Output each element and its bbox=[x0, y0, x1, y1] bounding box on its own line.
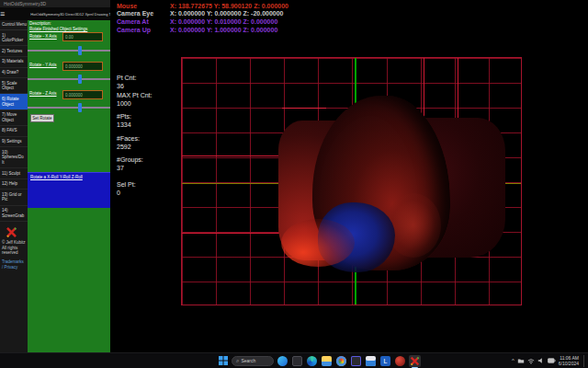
copyright-text: © Jeff Kubitz All rights reserved bbox=[2, 240, 26, 257]
stat-sel-pt: Sel Pt:0 bbox=[117, 181, 136, 198]
rotate-y-slider-thumb[interactable] bbox=[78, 75, 82, 84]
file-explorer-icon[interactable] bbox=[321, 355, 333, 367]
rotate-y-slider[interactable] bbox=[28, 78, 110, 80]
battery-icon[interactable] bbox=[548, 357, 556, 364]
taskbar: ⌕ Search L ^ 11:06 AM 6/10/2024 bbox=[0, 352, 588, 368]
sidebar-item-move-object[interactable]: 7) Move Object bbox=[0, 110, 28, 126]
sidebar-item-textures[interactable]: 2) Textures bbox=[0, 46, 28, 57]
mouse-coords-readout: MouseX: 138.772675 Y: 58.900120 Z: 0.000… bbox=[117, 3, 288, 9]
panel-title-link[interactable]: Rotate Finished Object Settings bbox=[29, 27, 87, 31]
trademarks-privacy-link[interactable]: Trademarks / Privacy bbox=[2, 259, 26, 270]
sidebar-item-materials[interactable]: 3) Materials bbox=[0, 57, 28, 68]
rotate-y-label: Rotate - Y Axis bbox=[29, 63, 57, 67]
rotate-x-slider-thumb[interactable] bbox=[78, 46, 82, 55]
sidebar-item-spheres[interactable]: 10) Spheres/Do It bbox=[0, 147, 28, 168]
copilot-icon[interactable] bbox=[277, 355, 288, 367]
set-rotate-button[interactable]: Set Rotate bbox=[30, 114, 54, 122]
model-red-streaks bbox=[386, 193, 441, 258]
hamburger-menu-icon[interactable]: ≡ bbox=[0, 9, 5, 18]
store-app-icon[interactable] bbox=[365, 355, 377, 367]
stat-max-pt-cnt: MAX Pt Cnt:1000 bbox=[117, 92, 153, 109]
rotate-x-slider[interactable] bbox=[28, 50, 110, 52]
photos-app-icon[interactable] bbox=[350, 355, 362, 367]
camera-eye-readout: Camera EyeX: 0.000000 Y: 0.000000 Z: -20… bbox=[117, 10, 284, 17]
task-view-icon[interactable] bbox=[291, 355, 303, 367]
sidebar-item-settings[interactable]: 9) Settings bbox=[0, 137, 28, 148]
desktop-title-strip: HotOddSymmetry3D bbox=[0, 0, 115, 7]
camera-at-readout: Camera AtX: 0.000000 Y: 0.010000 Z: 0.00… bbox=[117, 18, 277, 25]
model-red-hotspot bbox=[281, 219, 355, 267]
rotate-info-text: Rotate a X-Roll Y-Roll Z-Roll bbox=[28, 173, 110, 179]
search-icon: ⌕ bbox=[236, 358, 239, 364]
rotate-info-box: Rotate a X-Roll Y-Roll Z-Roll bbox=[28, 172, 110, 208]
stat-faces: #Faces:2592 bbox=[117, 135, 140, 152]
rotate-z-input[interactable] bbox=[62, 90, 103, 99]
start-button[interactable] bbox=[217, 355, 229, 367]
grid-highlight-segment bbox=[182, 233, 283, 234]
tray-clock[interactable]: 11:06 AM 6/10/2024 bbox=[559, 355, 579, 367]
sidebar-item-scale-object[interactable]: 5) Scale Object bbox=[0, 78, 28, 94]
tray-chevron-icon[interactable]: ^ bbox=[512, 358, 514, 363]
sidebar-item-rotate-object[interactable]: 6) Rotate Object bbox=[0, 94, 28, 109]
camera-up-readout: Camera UpX: 0.000000 Y: 1.000000 Z: 0.00… bbox=[117, 27, 277, 33]
sidebar-item-draw[interactable]: 4) Draw? bbox=[0, 68, 28, 79]
chrome-browser-icon[interactable] bbox=[335, 355, 347, 367]
grid-highlight-segment bbox=[424, 58, 424, 122]
rotate-z-slider-thumb[interactable] bbox=[78, 103, 82, 112]
volume-icon[interactable] bbox=[537, 357, 545, 364]
show-desktop-button[interactable] bbox=[583, 355, 585, 367]
viewport-3d[interactable]: MouseX: 138.772675 Y: 58.900120 Z: 0.000… bbox=[110, 0, 588, 352]
stat-groups: #Groups:37 bbox=[117, 156, 143, 173]
sidebar-item-help[interactable]: 12) Help bbox=[0, 179, 28, 190]
sidebar-item-grid-or-pic[interactable]: 13) Grid or Pic bbox=[0, 190, 28, 205]
tray-date: 6/10/2024 bbox=[559, 361, 579, 367]
sidebar-header: Control Menu bbox=[0, 20, 28, 30]
red-app-icon[interactable] bbox=[394, 355, 406, 367]
rotate-y-input[interactable] bbox=[62, 62, 103, 71]
edge-browser-icon[interactable] bbox=[306, 355, 318, 367]
tray-folder-icon[interactable] bbox=[517, 357, 525, 364]
control-menu-sidebar: Control Menu 1) ColorPicker 2) Textures … bbox=[0, 20, 28, 352]
sidebar-item-screengrab[interactable]: 14) ScreenGrab bbox=[0, 206, 28, 222]
rotate-settings-panel: Description: Rotate Finished Object Sett… bbox=[28, 20, 110, 352]
rotate-z-label: Rotate - Z Axis bbox=[29, 91, 57, 96]
wifi-icon[interactable] bbox=[527, 357, 535, 364]
app-header: ≡ HotOddSymmetry3D Direct3D12 Xprnl Draw… bbox=[0, 7, 115, 20]
sidebar-item-sculpt[interactable]: 11) Sculpt bbox=[0, 168, 28, 179]
sidebar-footer: © Jeff Kubitz All rights reserved Tradem… bbox=[0, 224, 28, 271]
rotate-z-slider[interactable] bbox=[28, 107, 110, 109]
vscode-app-icon[interactable]: L bbox=[379, 355, 391, 367]
rotate-x-label: Rotate - X Axis bbox=[29, 34, 57, 39]
rotate-x-input[interactable] bbox=[62, 32, 103, 41]
grid-highlight-segment bbox=[282, 108, 326, 109]
hotoddsymmetry-app-icon[interactable] bbox=[409, 355, 421, 367]
sidebar-item-colorpicker[interactable]: 1) ColorPicker bbox=[0, 30, 28, 46]
stat-pt-cnt: Pt Cnt:36 bbox=[117, 75, 136, 91]
footer-logo-x-icon bbox=[6, 226, 17, 238]
search-input[interactable]: ⌕ Search bbox=[232, 356, 274, 366]
description-label: Description: bbox=[29, 21, 51, 26]
desktop-title: HotOddSymmetry3D bbox=[0, 0, 115, 7]
window-title: HotOddSymmetry3D Direct3D12 Xprnl Drawin… bbox=[30, 12, 118, 17]
stat-pts: #Pts:1334 bbox=[117, 113, 131, 130]
sidebar-item-favs[interactable]: 8) FAVS bbox=[0, 126, 28, 137]
